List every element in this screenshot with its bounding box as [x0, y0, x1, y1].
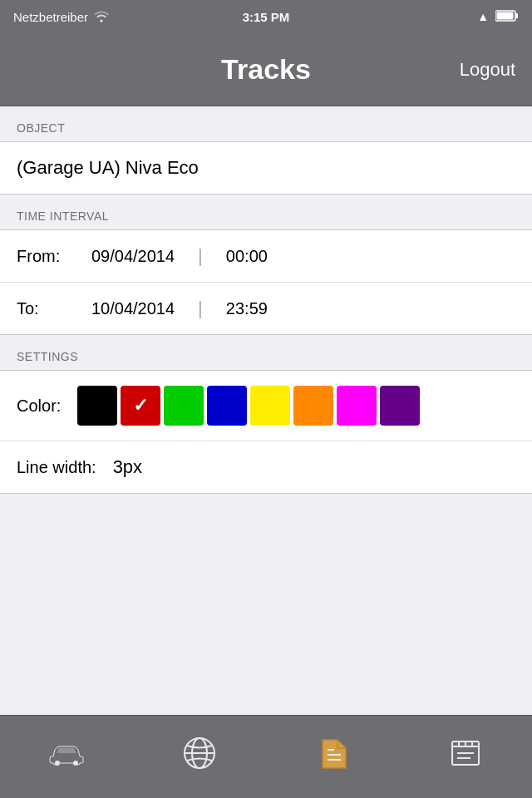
object-row: (Garage UA) Niva Eco — [0, 142, 532, 194]
to-time[interactable]: 23:59 — [226, 299, 268, 318]
tab-car[interactable] — [0, 738, 133, 776]
tab-edit[interactable] — [399, 735, 532, 779]
color-label: Color: — [17, 397, 61, 416]
nav-title: Tracks — [221, 53, 311, 86]
wifi-icon — [93, 9, 110, 25]
carrier-label: Netzbetreiber — [13, 10, 88, 24]
from-label: From: — [17, 247, 83, 266]
car-icon — [47, 738, 86, 776]
svg-point-3 — [55, 761, 60, 766]
settings-section-header: SETTINGS — [0, 335, 532, 370]
color-swatch-green[interactable] — [164, 386, 204, 426]
from-date[interactable]: 09/04/2014 — [91, 247, 175, 266]
color-swatch-black[interactable] — [77, 386, 117, 426]
color-swatch-orange[interactable] — [293, 386, 333, 426]
svg-point-4 — [73, 761, 78, 766]
battery-icon — [495, 10, 519, 24]
color-swatch-yellow[interactable] — [250, 386, 290, 426]
color-swatches — [77, 386, 420, 426]
logout-button[interactable]: Logout — [460, 59, 515, 81]
nav-bar: Tracks Logout — [0, 33, 532, 106]
color-swatch-red[interactable] — [121, 386, 160, 426]
location-icon: ▲ — [477, 10, 489, 23]
to-separator: | — [198, 298, 203, 319]
settings-card: Color: Line width: 3px — [0, 370, 532, 494]
tracks-icon — [314, 735, 351, 779]
tab-tracks[interactable] — [266, 735, 399, 779]
status-bar-time: 3:15 PM — [243, 10, 290, 24]
edit-icon — [447, 735, 484, 779]
status-bar: Netzbetreiber 3:15 PM ▲ — [0, 0, 532, 33]
from-row: From: 09/04/2014 | 00:00 — [0, 230, 532, 283]
color-swatch-magenta[interactable] — [337, 386, 377, 426]
color-swatch-purple[interactable] — [380, 386, 420, 426]
line-width-label: Line width: — [17, 458, 96, 477]
status-bar-left: Netzbetreiber — [13, 9, 110, 25]
to-label: To: — [17, 299, 83, 318]
time-interval-section-header: TIME INTERVAL — [0, 195, 532, 229]
color-swatch-blue[interactable] — [207, 386, 247, 426]
object-name: (Garage UA) Niva Eco — [17, 157, 199, 179]
from-separator: | — [198, 245, 203, 267]
object-section-header: OBJECT — [0, 106, 532, 141]
line-width-row: Line width: 3px — [0, 441, 532, 493]
globe-icon — [181, 735, 218, 779]
to-date[interactable]: 10/04/2014 — [91, 299, 175, 318]
line-width-value[interactable]: 3px — [113, 456, 142, 478]
color-row: Color: — [0, 371, 532, 441]
to-row: To: 10/04/2014 | 23:59 — [0, 283, 532, 334]
object-card: (Garage UA) Niva Eco — [0, 141, 532, 195]
time-interval-card: From: 09/04/2014 | 00:00 To: 10/04/2014 … — [0, 229, 532, 335]
svg-rect-1 — [516, 13, 519, 18]
tab-bar — [0, 715, 532, 798]
svg-rect-2 — [497, 12, 514, 19]
tab-globe[interactable] — [133, 735, 266, 779]
from-time[interactable]: 00:00 — [226, 247, 268, 266]
